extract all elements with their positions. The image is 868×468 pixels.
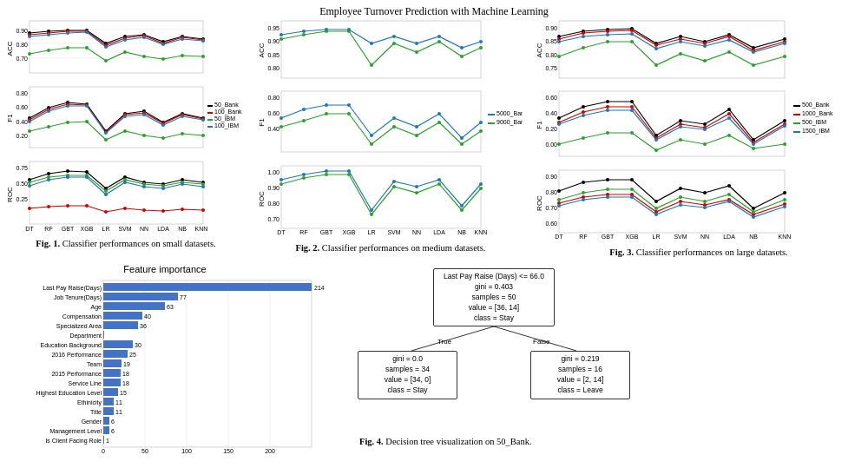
- svg-point-284: [582, 35, 585, 38]
- svg-point-155: [201, 185, 205, 188]
- svg-point-46: [201, 39, 205, 43]
- svg-text:SVM: SVM: [387, 229, 400, 235]
- svg-text:50: 50: [141, 448, 148, 454]
- svg-text:F1: F1: [536, 121, 543, 129]
- svg-text:Team: Team: [87, 361, 102, 367]
- svg-rect-101: [30, 161, 203, 224]
- svg-point-130: [104, 210, 108, 214]
- svg-point-192: [392, 116, 396, 120]
- svg-point-136: [28, 181, 31, 184]
- right-samples: samples = 16: [536, 365, 625, 375]
- svg-point-82: [201, 134, 205, 137]
- svg-text:KNN: KNN: [475, 229, 488, 235]
- svg-point-237: [279, 182, 283, 186]
- svg-text:0.70: 0.70: [16, 56, 28, 62]
- svg-point-308: [783, 119, 786, 122]
- svg-text:63: 63: [167, 304, 174, 310]
- svg-point-172: [279, 37, 283, 41]
- svg-point-119: [85, 170, 89, 174]
- svg-rect-413: [103, 283, 312, 291]
- svg-point-28: [47, 49, 50, 52]
- svg-text:9000_Bank: 9000_Bank: [496, 119, 523, 126]
- svg-text:Age: Age: [91, 304, 102, 311]
- svg-rect-448: [103, 398, 114, 405]
- svg-rect-345: [793, 131, 800, 133]
- fig2-caption: Fig. 2. Classifier performances on mediu…: [296, 243, 486, 253]
- svg-text:6: 6: [111, 428, 115, 434]
- tree-left-node: gini = 0.0 samples = 34 value = [34, 0] …: [358, 351, 457, 399]
- svg-point-166: [370, 42, 373, 45]
- svg-point-230: [347, 169, 351, 173]
- svg-point-228: [302, 173, 306, 176]
- svg-text:NB: NB: [457, 229, 466, 235]
- svg-rect-97: [207, 119, 213, 121]
- svg-point-238: [302, 176, 306, 180]
- svg-point-44: [161, 43, 165, 46]
- svg-text:100: 100: [181, 448, 192, 454]
- svg-point-129: [85, 204, 89, 208]
- svg-text:0.80: 0.80: [16, 90, 28, 96]
- svg-point-335: [703, 128, 707, 131]
- svg-point-338: [783, 124, 786, 128]
- svg-point-386: [630, 188, 634, 191]
- svg-point-200: [347, 112, 351, 115]
- svg-point-188: [302, 108, 306, 111]
- svg-text:RF: RF: [579, 234, 587, 240]
- root-condition: Last Pay Raise (Days) <= 66.0: [438, 272, 549, 282]
- svg-point-288: [679, 40, 682, 43]
- svg-point-118: [66, 169, 69, 173]
- svg-text:0.80: 0.80: [267, 95, 279, 101]
- svg-line-464: [494, 326, 576, 351]
- svg-point-193: [415, 125, 418, 129]
- svg-point-302: [630, 100, 634, 103]
- svg-text:Is Client Facing Role: Is Client Facing Role: [45, 438, 102, 445]
- fig3-f1-chart: F1 0.60 0.40 0.20 0.00: [533, 88, 863, 166]
- svg-text:Department: Department: [69, 333, 102, 339]
- svg-point-270: [727, 35, 731, 38]
- svg-point-149: [85, 175, 89, 179]
- svg-point-285: [606, 33, 609, 36]
- svg-point-312: [630, 105, 634, 109]
- svg-point-33: [142, 55, 146, 58]
- svg-rect-419: [103, 302, 165, 310]
- svg-rect-428: [103, 331, 104, 339]
- svg-text:0.25: 0.25: [16, 196, 28, 202]
- svg-point-364: [582, 181, 585, 184]
- fig2-panel: ACC 0.95 0.90 0.85 0.80: [252, 14, 529, 261]
- svg-rect-442: [103, 379, 121, 386]
- svg-text:19: 19: [123, 361, 130, 367]
- svg-point-336: [727, 116, 731, 120]
- svg-point-117: [47, 172, 50, 175]
- svg-text:RF: RF: [299, 229, 307, 235]
- svg-point-91: [181, 115, 184, 118]
- svg-rect-207: [488, 114, 495, 115]
- svg-text:200: 200: [265, 448, 275, 454]
- svg-point-311: [606, 105, 609, 109]
- svg-text:ACC: ACC: [536, 43, 543, 57]
- svg-text:11: 11: [115, 409, 122, 415]
- svg-point-150: [104, 193, 108, 196]
- svg-point-330: [582, 114, 585, 117]
- svg-text:100_Bank: 100_Bank: [214, 109, 242, 115]
- svg-point-372: [783, 191, 786, 194]
- svg-text:KNN: KNN: [779, 234, 792, 240]
- svg-point-189: [325, 103, 328, 107]
- svg-point-38: [47, 33, 50, 36]
- svg-point-337: [752, 142, 755, 146]
- svg-text:0.95: 0.95: [267, 25, 279, 31]
- svg-text:Job Tenure(Days): Job Tenure(Days): [54, 294, 102, 301]
- svg-point-40: [85, 30, 89, 34]
- svg-point-400: [727, 200, 731, 203]
- svg-point-85: [66, 104, 69, 108]
- svg-point-393: [557, 204, 561, 208]
- fig2-f1-chart: F1 0.80 0.60 0.40: [255, 88, 523, 161]
- svg-point-323: [654, 148, 658, 152]
- svg-text:0.80: 0.80: [16, 42, 28, 48]
- svg-point-154: [181, 182, 184, 186]
- svg-point-199: [325, 112, 328, 115]
- svg-text:18: 18: [122, 380, 129, 386]
- svg-rect-430: [103, 340, 133, 348]
- svg-point-325: [703, 142, 707, 146]
- svg-point-30: [85, 46, 89, 49]
- svg-point-286: [630, 32, 634, 36]
